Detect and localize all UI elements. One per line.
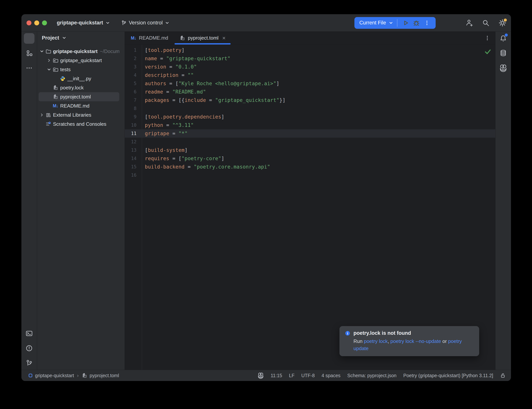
editor-tab-bar: M↓README.md[T]pyproject.toml× xyxy=(125,32,495,45)
svg-text:[T]: [T] xyxy=(182,38,184,40)
line-number[interactable]: 8 xyxy=(125,106,142,111)
status-widget[interactable]: 4 spaces xyxy=(321,373,340,378)
notification-action-link[interactable]: poetry lock --no-update xyxy=(390,338,441,344)
code-line-10[interactable]: 10python = "^3.11" xyxy=(125,121,495,129)
tree-item-label: Scratches and Consoles xyxy=(53,121,106,127)
more-run-options-button[interactable] xyxy=(422,18,432,28)
line-number[interactable]: 12 xyxy=(125,139,142,144)
code-line-13[interactable]: 13[build-system] xyxy=(125,146,495,154)
code-line-16[interactable]: 16 xyxy=(125,171,495,179)
line-number[interactable]: 6 xyxy=(125,89,142,94)
status-widget[interactable]: Poetry (griptape-quickstart) [Python 3.1… xyxy=(403,373,493,378)
chevron-down-icon[interactable] xyxy=(39,48,45,55)
tree-item-scratches-and-consoles[interactable]: Scratches and Consoles xyxy=(39,120,119,129)
notifications-bell-button[interactable] xyxy=(498,33,509,44)
code-text: name = "griptape-quickstart" xyxy=(142,56,230,61)
settings-button[interactable] xyxy=(497,18,508,28)
debug-button[interactable] xyxy=(411,18,422,28)
line-number[interactable]: 14 xyxy=(125,156,142,161)
notification-action-link[interactable]: poetry lock xyxy=(364,338,388,344)
tree-item-readme-md[interactable]: M↓README.md xyxy=(39,101,119,110)
code-line-8[interactable]: 8 xyxy=(125,104,495,113)
code-line-9[interactable]: 9[tool.poetry.dependencies] xyxy=(125,113,495,121)
tree-item-pyproject-toml[interactable]: [T]pyproject.toml xyxy=(39,92,119,101)
status-widget[interactable]: UTF-8 xyxy=(301,373,315,378)
traffic-lights xyxy=(27,20,47,25)
ai-assistant-status-icon[interactable] xyxy=(257,372,264,379)
tree-item-griptape-quickstart[interactable]: griptape-quickstart~/Docume xyxy=(39,47,119,56)
project-panel-title: Project xyxy=(42,35,59,41)
breadcrumb-pyproject-toml[interactable]: [T]pyproject.toml xyxy=(82,373,119,378)
status-widget[interactable]: 11:15 xyxy=(271,373,282,378)
chevron-right-icon[interactable] xyxy=(39,112,45,118)
tab-readme-md[interactable]: M↓README.md xyxy=(125,32,174,44)
project-panel-header[interactable]: Project xyxy=(37,32,125,44)
notification-title: poetry.lock is not found xyxy=(353,330,411,336)
tree-item--init-py[interactable]: __init__.py xyxy=(39,74,119,83)
terminal-tool-button[interactable] xyxy=(24,328,35,339)
run-button[interactable] xyxy=(400,18,411,28)
code-with-me-button[interactable] xyxy=(464,18,475,28)
line-number[interactable]: 7 xyxy=(125,98,142,103)
status-widget[interactable]: LF xyxy=(289,373,294,378)
tree-item-poetry-lock[interactable]: [T]poetry.lock xyxy=(39,83,119,92)
code-line-12[interactable]: 12 xyxy=(125,138,495,146)
close-window-button[interactable] xyxy=(27,20,31,25)
search-everywhere-button[interactable] xyxy=(480,18,491,28)
tree-item-label: __init__.py xyxy=(67,76,91,82)
chevron-right-icon[interactable] xyxy=(46,57,52,64)
code-line-14[interactable]: 14requires = ["poetry-core"] xyxy=(125,154,495,163)
code-line-3[interactable]: 3version = "0.1.0" xyxy=(125,63,495,71)
database-tool-button[interactable] xyxy=(498,48,509,58)
tree-item-external-libraries[interactable]: External Libraries xyxy=(39,110,119,120)
line-number[interactable]: 11 xyxy=(125,131,142,136)
line-number[interactable]: 13 xyxy=(125,148,142,153)
project-selector[interactable]: griptape-quickstart xyxy=(57,20,110,26)
line-number[interactable]: 10 xyxy=(125,122,142,128)
svg-text:[T]: [T] xyxy=(55,88,58,90)
line-number[interactable]: 4 xyxy=(125,73,142,78)
ai-assistant-tool-button[interactable] xyxy=(498,63,509,73)
unlocked-padlock-icon[interactable] xyxy=(500,372,506,379)
git-tool-button[interactable] xyxy=(24,358,35,368)
breadcrumb-griptape-quickstart[interactable]: griptape-quickstart xyxy=(28,373,74,378)
line-number[interactable]: 5 xyxy=(125,81,142,86)
tab-options-kebab-icon[interactable] xyxy=(484,34,491,42)
run-config-selector[interactable]: Current File xyxy=(359,20,393,26)
structure-tool-button[interactable] xyxy=(24,48,35,58)
chevron-down-icon xyxy=(62,36,66,40)
tab-pyproject-toml[interactable]: [T]pyproject.toml× xyxy=(174,32,231,44)
problems-tool-button[interactable] xyxy=(24,343,35,353)
close-tab-icon[interactable]: × xyxy=(222,35,226,41)
info-icon xyxy=(345,330,350,336)
code-line-4[interactable]: 4description = "" xyxy=(125,71,495,79)
line-number[interactable]: 2 xyxy=(125,56,142,61)
code-editor[interactable]: 1[tool.poetry]2name = "griptape-quicksta… xyxy=(125,45,495,370)
line-number[interactable]: 15 xyxy=(125,164,142,169)
zoom-window-button[interactable] xyxy=(42,20,47,25)
line-number[interactable]: 1 xyxy=(125,47,142,53)
toml-icon: [T] xyxy=(52,93,59,100)
code-line-11[interactable]: 11griptape = "*" xyxy=(125,129,495,138)
project-tool-button[interactable] xyxy=(24,33,35,44)
code-line-15[interactable]: 15build-backend = "poetry.core.masonry.a… xyxy=(125,163,495,171)
minimize-window-button[interactable] xyxy=(34,20,39,25)
code-line-2[interactable]: 2name = "griptape-quickstart" xyxy=(125,54,495,63)
svg-text:[T]: [T] xyxy=(84,375,87,377)
chevron-down-icon[interactable] xyxy=(46,66,52,73)
tree-item-griptape-quickstart[interactable]: griptape_quickstart xyxy=(39,56,119,65)
code-line-6[interactable]: 6readme = "README.md" xyxy=(125,88,495,96)
chevron-down-icon xyxy=(105,21,110,25)
more-tool-windows-button[interactable] xyxy=(24,63,35,73)
notification-popup[interactable]: poetry.lock is not found Run poetry lock… xyxy=(339,326,479,356)
tree-item-tests[interactable]: tests xyxy=(39,65,119,74)
run-widget: Current File xyxy=(354,17,436,29)
code-line-5[interactable]: 5authors = ["Kyle Roche <hello@griptape.… xyxy=(125,79,495,88)
code-line-1[interactable]: 1[tool.poetry] xyxy=(125,46,495,54)
vcs-selector[interactable]: Version control xyxy=(121,20,170,26)
code-line-7[interactable]: 7packages = [{include = "griptape_quicks… xyxy=(125,96,495,104)
line-number[interactable]: 9 xyxy=(125,114,142,120)
status-widget[interactable]: Schema: pyproject.json xyxy=(347,373,396,378)
line-number[interactable]: 3 xyxy=(125,64,142,69)
line-number[interactable]: 16 xyxy=(125,173,142,178)
